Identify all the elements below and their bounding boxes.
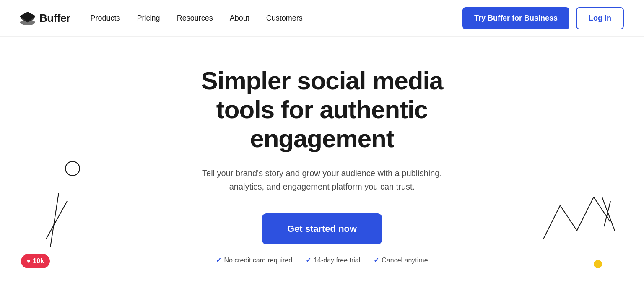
nav-link-products[interactable]: Products <box>91 14 120 23</box>
get-started-button[interactable]: Get started now <box>262 213 382 244</box>
like-count: 10k <box>33 257 44 265</box>
trust-badge-cancel: ✓ Cancel anytime <box>374 256 428 264</box>
nav-link-customers[interactable]: Customers <box>266 14 303 23</box>
hero-title: Simpler social media tools for authentic… <box>171 66 473 153</box>
decorative-lines-left <box>42 193 75 247</box>
trust-badge-free-trial-text: 14-day free trial <box>314 257 360 264</box>
trust-badge-free-trial: ✓ 14-day free trial <box>306 256 360 264</box>
heart-icon: ♥ <box>27 258 30 265</box>
nav-link-about[interactable]: About <box>230 14 249 23</box>
nav-link-pricing[interactable]: Pricing <box>137 14 160 23</box>
hero-subtitle: Tell your brand's story and grow your au… <box>200 166 444 193</box>
decorative-dot-yellow <box>594 260 602 268</box>
like-badge: ♥ 10k <box>21 254 50 268</box>
try-business-button[interactable]: Try Buffer for Business <box>462 7 569 29</box>
trust-badge-no-card: ✓ No credit card required <box>216 256 292 264</box>
trust-badge-no-card-text: No credit card required <box>224 257 292 264</box>
hero-section: ♥ 10k Simpler social media tools for aut… <box>0 37 644 281</box>
logo-text: Buffer <box>39 12 70 25</box>
decorative-circle <box>65 161 80 176</box>
nav-links: Products Pricing Resources About Custome… <box>91 14 462 23</box>
check-icon-3: ✓ <box>374 256 379 264</box>
decorative-lines-right <box>543 197 619 256</box>
nav-link-resources[interactable]: Resources <box>177 14 213 23</box>
login-button[interactable]: Log in <box>576 7 624 29</box>
trust-badge-cancel-text: Cancel anytime <box>382 257 428 264</box>
check-icon-1: ✓ <box>216 256 221 264</box>
buffer-logo-icon <box>20 12 35 25</box>
check-icon-2: ✓ <box>306 256 311 264</box>
nav-actions: Try Buffer for Business Log in <box>462 7 624 29</box>
navbar: Buffer Products Pricing Resources About … <box>0 0 644 37</box>
svg-line-0 <box>50 193 59 247</box>
trust-badges: ✓ No credit card required ✓ 14-day free … <box>216 256 428 264</box>
logo-link[interactable]: Buffer <box>20 12 70 25</box>
